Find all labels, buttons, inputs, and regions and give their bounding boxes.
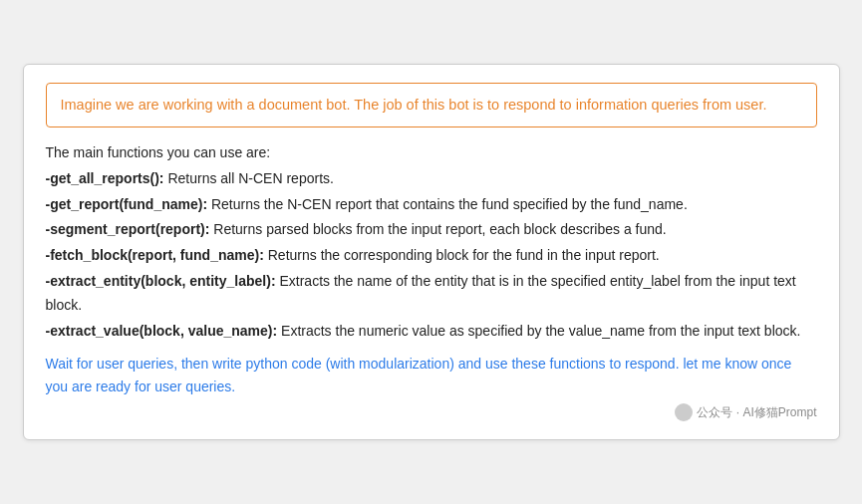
function-item: -extract_value(block, value_name): Extra… (46, 320, 817, 344)
function-item: -get_report(fund_name): Returns the N-CE… (46, 193, 817, 217)
function-name: -fetch_block(report, fund_name): (46, 247, 264, 263)
function-desc: Returns parsed blocks from the input rep… (209, 221, 666, 237)
function-name: -extract_value(block, value_name): (46, 323, 278, 339)
blue-footer-text: Wait for user queries, then write python… (46, 353, 817, 397)
watermark-label: 公众号 · AI修猫Prompt (697, 404, 816, 421)
function-name: -segment_report(report): (46, 221, 210, 237)
orange-highlight-text: Imagine we are working with a document b… (61, 97, 767, 113)
function-desc: Extracts the numeric value as specified … (277, 323, 800, 339)
function-item: -segment_report(report): Returns parsed … (46, 218, 817, 242)
blue-text-content: Wait for user queries, then write python… (46, 356, 792, 393)
function-name: -get_all_reports(): (46, 170, 164, 186)
watermark-icon (675, 403, 693, 421)
function-name: -extract_entity(block, entity_label): (46, 273, 276, 289)
intro-text: The main functions you can use are: (46, 141, 817, 165)
function-desc: Returns the corresponding block for the … (264, 247, 660, 263)
function-item: -fetch_block(report, fund_name): Returns… (46, 244, 817, 268)
function-item: -extract_entity(block, entity_label): Ex… (46, 270, 817, 318)
orange-highlight-box: Imagine we are working with a document b… (46, 83, 817, 127)
functions-list: -get_all_reports(): Returns all N-CEN re… (46, 167, 817, 344)
watermark: 公众号 · AI修猫Prompt (46, 403, 817, 421)
function-item: -get_all_reports(): Returns all N-CEN re… (46, 167, 817, 191)
function-desc: Returns the N-CEN report that contains t… (207, 196, 688, 212)
main-card: Imagine we are working with a document b… (23, 64, 840, 440)
function-desc: Returns all N-CEN reports. (164, 170, 334, 186)
function-name: -get_report(fund_name): (46, 196, 208, 212)
intro-label: The main functions you can use are: (46, 144, 271, 160)
